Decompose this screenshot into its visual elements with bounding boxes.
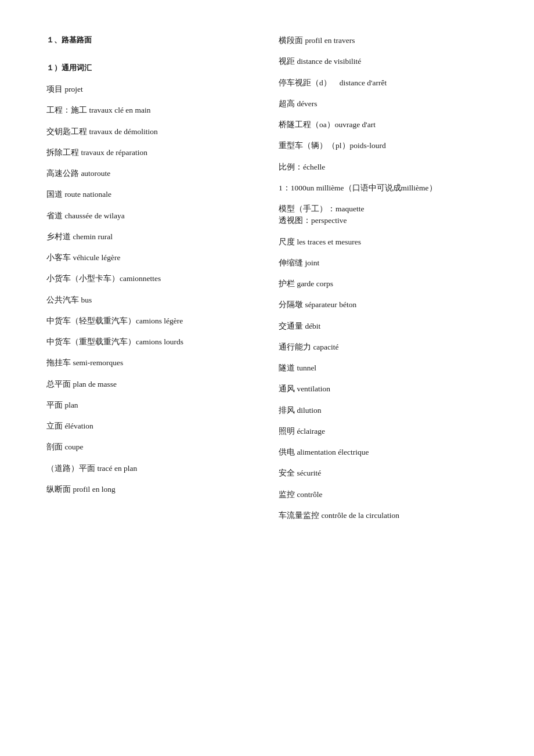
left-entry-5: 国道 route nationale [46,189,255,200]
right-entry-2: 停车视距（d） distance d'arrêt [279,77,488,89]
right-entries: 横段面 profil en travers视距 distance de visi… [279,35,488,531]
right-entry-18: 照明 éclairage [279,426,488,437]
left-entry-10: 公共汽车 bus [46,294,255,306]
right-entry-9: 尺度 les traces et mesures [279,236,488,248]
left-entry-9: 小货车（小型卡车）camionnettes [46,273,255,285]
left-entry-17: 剖面 coupe [46,441,255,453]
left-column: １、路基路面 １）通用词汇 项目 projet工程：施工 travaux clé… [46,35,255,531]
right-entry-8: 模型（手工）：maquette 透视图：perspective [279,203,488,227]
right-entry-20: 安全 sécurité [279,467,488,479]
left-entry-16: 立面 élévation [46,420,255,432]
left-entry-2: 交钥匙工程 travaux de démolition [46,126,255,138]
left-entry-0: 项目 projet [46,84,255,95]
right-entry-1: 视距 distance de visibilité [279,56,488,67]
left-entry-18: （道路）平面 tracé en plan [46,463,255,474]
right-entry-7: 1：1000un millième（口语中可说成millième） [279,182,488,194]
main-content: １、路基路面 １）通用词汇 项目 projet工程：施工 travaux clé… [46,35,488,531]
subsection-header: １）通用词汇 [46,63,255,73]
left-entry-6: 省道 chaussée de wilaya [46,210,255,222]
right-entry-3: 超高 dévers [279,98,488,110]
right-entry-5: 重型车（辆）（pl）poids-lourd [279,140,488,152]
right-entry-21: 监控 contrôle [279,489,488,501]
section-header: １、路基路面 [46,35,255,45]
left-entry-12: 中货车（重型载重汽车）camions lourds [46,336,255,348]
right-entry-15: 隧道 tunnel [279,362,488,374]
left-entry-19: 纵断面 profil en long [46,484,255,495]
right-entry-16: 通风 ventilation [279,383,488,395]
left-entry-15: 平面 plan [46,399,255,411]
right-entry-12: 分隔墩 séparateur béton [279,299,488,311]
right-column: 横段面 profil en travers视距 distance de visi… [279,35,488,531]
right-entry-22: 车流量监控 contrôle de la circulation [279,510,488,521]
right-entry-11: 护栏 garde corps [279,278,488,290]
left-entry-7: 乡村道 chemin rural [46,231,255,243]
left-entry-3: 拆除工程 travaux de réparation [46,147,255,159]
left-entry-14: 总平面 plan de masse [46,379,255,390]
right-entry-10: 伸缩缝 joint [279,257,488,269]
right-entry-13: 交通量 débit [279,321,488,332]
left-entry-1: 工程：施工 travaux clé en main [46,105,255,116]
right-entry-17: 排风 dilution [279,405,488,416]
right-entry-4: 桥隧工程（oa）ouvrage d'art [279,119,488,131]
left-entry-4: 高速公路 autoroute [46,168,255,179]
right-entry-19: 供电 alimentation électrique [279,447,488,458]
left-entries: 项目 projet工程：施工 travaux clé en main交钥匙工程 … [46,84,255,505]
left-entry-11: 中货车（轻型载重汽车）camions légère [46,315,255,327]
right-entry-6: 比例：échelle [279,161,488,173]
right-entry-0: 横段面 profil en travers [279,35,488,46]
right-entry-14: 通行能力 capacité [279,341,488,353]
left-entry-8: 小客车 véhicule légère [46,252,255,264]
left-entry-13: 拖挂车 semi-remorques [46,357,255,369]
